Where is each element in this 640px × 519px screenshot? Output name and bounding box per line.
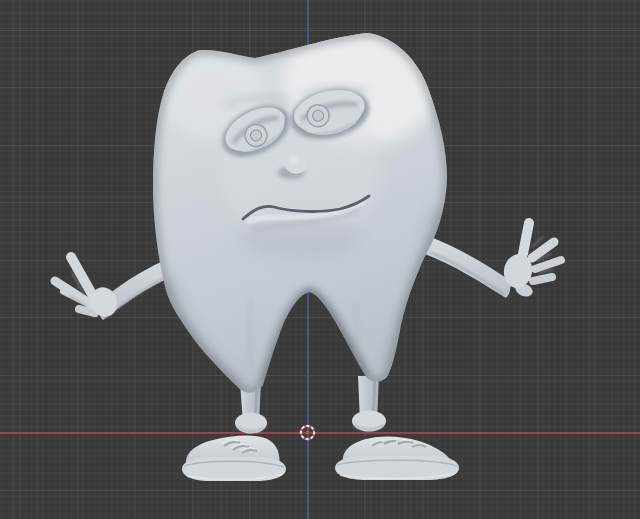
right-leg — [352, 376, 386, 432]
left-ankle-cuff — [235, 413, 267, 434]
left-shoe — [182, 436, 286, 481]
right-ankle-cuff — [352, 411, 386, 432]
left-hand — [55, 257, 121, 321]
right-arm — [425, 223, 561, 299]
tooth-character-model[interactable] — [0, 0, 640, 519]
right-shoe — [335, 437, 459, 480]
screenshot-root — [0, 0, 640, 519]
right-finger-3 — [535, 260, 561, 269]
right-index-finger — [523, 223, 529, 254]
tooth-body — [153, 23, 447, 393]
right-finger-4 — [533, 277, 552, 281]
